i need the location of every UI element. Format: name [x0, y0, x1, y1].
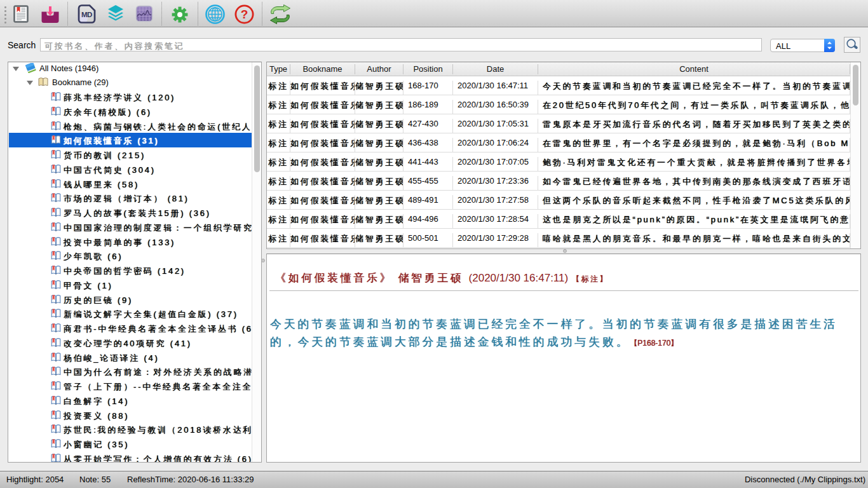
svg-text:MD: MD — [81, 11, 92, 18]
svg-text:?: ? — [241, 8, 248, 21]
